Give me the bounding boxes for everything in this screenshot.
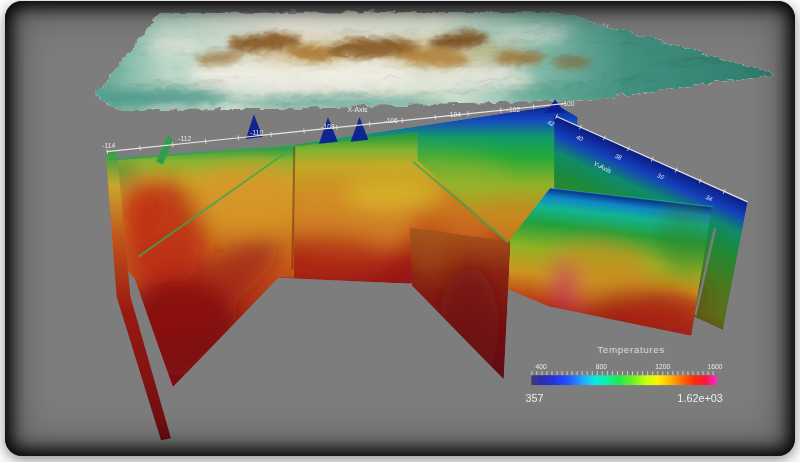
- color-legend[interactable]: Temperatures 400 800 1200 1600 357 1.62e…: [525, 344, 723, 404]
- render-view-3d[interactable]: X-Axis -114 -112 -110 -108 -106 -104 -10…: [5, 1, 795, 456]
- x-tick: -108: [321, 123, 335, 130]
- screenshot-root: X-Axis -114 -112 -110 -108 -106 -104 -10…: [0, 0, 800, 462]
- legend-title: Temperatures: [597, 344, 664, 355]
- legend-tick: 400: [536, 363, 547, 370]
- legend-tick: 1200: [655, 363, 670, 370]
- x-tick: -106: [384, 117, 398, 124]
- legend-tick-labels: 400 800 1200 1600: [536, 363, 723, 370]
- legend-tick: 1600: [708, 363, 723, 370]
- x-tick: -104: [448, 111, 462, 118]
- slice-panel-x-106: [410, 218, 511, 385]
- legend-tick: 800: [596, 363, 607, 370]
- x-tick: -110: [250, 129, 263, 136]
- render-viewport[interactable]: X-Axis -114 -112 -110 -108 -106 -104 -10…: [5, 1, 795, 456]
- slice-panel-front-right: [507, 188, 716, 340]
- terrain-surface: [92, 10, 776, 109]
- legend-max-value: 1.62e+03: [677, 392, 723, 404]
- x-tick: -112: [178, 135, 191, 142]
- x-tick: -114: [102, 142, 115, 149]
- x-tick: -100: [561, 100, 575, 107]
- legend-min-value: 357: [525, 392, 543, 404]
- temperature-slices: [106, 99, 748, 440]
- x-tick: -102: [507, 106, 521, 113]
- legend-colorbar[interactable]: [531, 375, 717, 385]
- x-axis-title: X-Axis: [348, 106, 368, 113]
